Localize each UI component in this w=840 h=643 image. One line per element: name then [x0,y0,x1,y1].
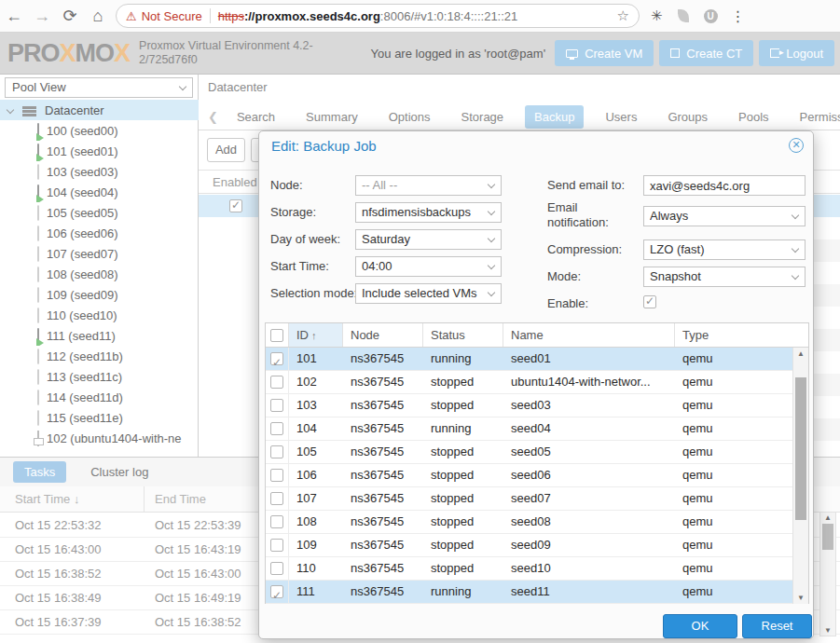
bookmark-star-icon[interactable]: ☆ [617,7,629,24]
extension-spider-icon[interactable]: ✳ [651,7,663,24]
tasks-scrollbar[interactable]: ▲ ▼ [819,512,836,636]
forward-icon[interactable]: → [28,7,56,26]
vm-row-checkbox[interactable] [270,492,283,505]
scrollbar-thumb[interactable] [795,377,806,520]
vm-row-checkbox[interactable] [270,445,283,458]
address-bar[interactable]: ⚠ Not Secure https ://proxmox.seeds4c.or… [116,4,640,28]
tree-item[interactable]: 108 (seed08) [0,264,199,284]
tree-item[interactable]: 113 (seed11c) [0,366,199,387]
extension-ublock-icon[interactable]: U [704,9,718,23]
browser-menu-icon[interactable]: ⋮ [731,7,746,25]
selection-mode-dropdown[interactable]: Include selected VMs [355,283,502,304]
scroll-up-icon[interactable]: ▲ [820,513,835,522]
tree-item[interactable]: 106 (seed06) [0,223,199,243]
back-icon[interactable]: ← [0,7,28,26]
email-notification-dropdown[interactable]: Always [643,206,806,226]
tab-permissions[interactable]: Permissions [791,105,840,129]
tree-item[interactable]: 111 (seed11) [0,325,199,346]
tab-groups[interactable]: Groups [658,105,717,129]
tab-tasks[interactable]: Tasks [13,461,66,483]
vm-row[interactable]: 105ns367545stoppedseed05qemu [266,441,793,464]
scroll-down-icon[interactable]: ▼ [820,626,835,635]
tree-item[interactable]: 104 (seed04) [0,182,199,202]
vm-row-checkbox[interactable] [270,585,283,598]
tree-item[interactable]: 107 (seed07) [0,243,199,264]
logout-button[interactable]: Logout [759,40,834,66]
tree-item[interactable]: 114 (seed11d) [0,387,199,407]
compression-dropdown[interactable]: LZO (fast) [643,239,806,260]
vm-row[interactable]: 101ns367545runningseed01qemu [266,348,793,371]
node-dropdown[interactable]: -- All -- [355,175,502,196]
mode-dropdown[interactable]: Snapshot [643,267,806,287]
tab-search[interactable]: Search [227,105,284,129]
tab-storage[interactable]: Storage [452,105,514,129]
select-all-checkbox[interactable] [270,329,283,342]
create-ct-button[interactable]: Create CT [659,40,753,66]
column-start-time[interactable]: Start Time ↓ [0,486,145,513]
tree-item[interactable]: 109 (seed09) [0,284,199,305]
tree-item[interactable]: 102 (ubuntu1404-with-ne [0,428,199,448]
column-name[interactable]: Name [503,323,675,347]
vm-row[interactable]: 107ns367545stoppedseed07qemu [266,487,793,511]
scroll-up-icon[interactable]: ▲ [793,349,808,358]
send-email-input[interactable] [643,175,806,196]
home-icon[interactable]: ⌂ [84,7,112,26]
vm-row[interactable]: 110ns367545stoppedseed10qemu [266,557,793,581]
column-type[interactable]: Type [675,323,793,347]
vm-row[interactable]: 102ns367545stoppedubuntu1404-with-networ… [266,371,793,394]
vm-row[interactable]: 106ns367545stoppedseed06qemu [266,464,793,487]
vm-row-checkbox[interactable] [270,469,283,482]
expander-chevron-icon[interactable] [7,106,14,114]
tree-item[interactable]: 103 (seed03) [0,161,199,182]
tab-summary[interactable]: Summary [296,105,367,129]
tree-item-label: 114 (seed11d) [47,390,123,404]
tabs-scroll-left-icon[interactable]: ❮ [208,110,218,124]
enabled-checkbox[interactable] [229,199,242,212]
tree-item[interactable]: 112 (seed11b) [0,346,199,366]
tree-item[interactable]: 105 (seed05) [0,202,199,223]
tab-cluster-log[interactable]: Cluster log [79,461,159,483]
tree-item[interactable]: 101 (seed01) [0,141,199,161]
reset-button[interactable]: Reset [742,614,812,638]
vm-row[interactable]: 111ns367545runningseed11qemu [266,581,793,604]
tree-item-datacenter[interactable]: Datacenter [0,100,199,120]
dialog-close-icon[interactable]: ✕ [789,138,804,153]
tree-item[interactable]: 115 (seed11e) [0,407,199,428]
tree-item[interactable]: 100 (seed00) [0,120,199,141]
enable-checkbox[interactable] [643,295,656,308]
vm-row[interactable]: 103ns367545stoppedseed03qemu [266,394,793,417]
tab-backup[interactable]: Backup [525,105,584,129]
tree-item[interactable]: 110 (seed10) [0,305,199,325]
refresh-icon[interactable]: ⟳ [56,6,84,26]
vm-row[interactable]: 108ns367545stoppedseed08qemu [266,511,793,534]
vm-row-checkbox[interactable] [270,399,283,412]
column-end-time[interactable]: End Time [145,492,206,506]
vm-row-checkbox[interactable] [270,562,283,575]
vm-row-checkbox[interactable] [270,515,283,528]
column-node[interactable]: Node [343,323,423,347]
vm-cell: ns367545 [343,511,423,533]
view-selector-dropdown[interactable]: Pool View [5,77,193,98]
vm-row[interactable]: 109ns367545stoppedseed09qemu [266,534,793,557]
vm-row-checkbox[interactable] [270,539,283,552]
vm-row[interactable]: 104ns367545runningseed04qemu [266,417,793,441]
column-id[interactable]: ID↑ [289,323,343,347]
tab-options[interactable]: Options [379,105,440,129]
day-of-week-dropdown[interactable]: Saturday [355,229,502,250]
add-button[interactable]: Add [207,138,245,162]
ok-button[interactable]: OK [663,614,737,638]
scroll-down-icon[interactable]: ▼ [793,594,808,602]
vm-row-checkbox[interactable] [270,422,283,435]
scrollbar-thumb[interactable] [822,524,833,550]
vm-cell: ns367545 [343,394,423,417]
tab-users[interactable]: Users [596,105,646,129]
start-time-dropdown[interactable]: 04:00 [355,256,502,277]
vm-row-checkbox[interactable] [270,352,283,365]
tab-pools[interactable]: Pools [729,105,778,129]
extension-leaf-icon[interactable] [678,9,689,22]
create-vm-button[interactable]: Create VM [555,40,654,66]
storage-dropdown[interactable]: nfsdimensisbackups [355,202,502,223]
vm-table-scrollbar[interactable]: ▲ ▼ [792,348,808,604]
column-status[interactable]: Status [423,323,503,347]
vm-row-checkbox[interactable] [270,376,283,389]
